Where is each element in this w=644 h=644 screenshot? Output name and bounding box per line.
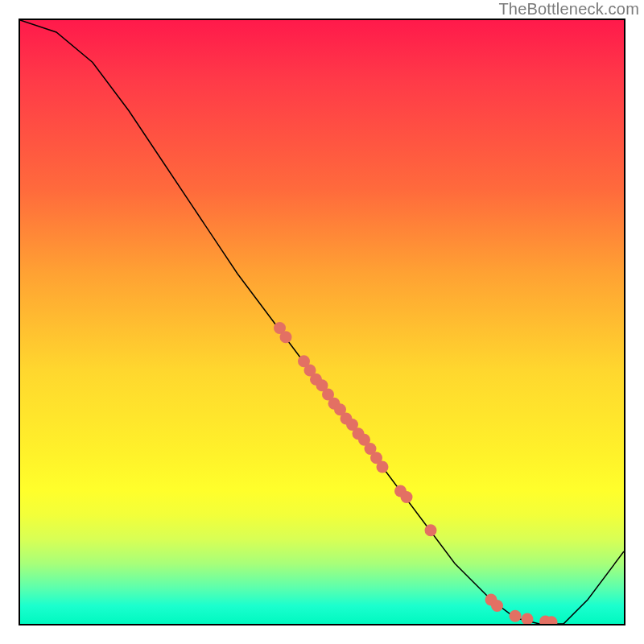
data-dot (522, 613, 534, 625)
data-dot (491, 600, 503, 612)
data-dot (510, 610, 522, 622)
data-dots (274, 322, 558, 625)
data-dot (280, 331, 292, 343)
data-dot (425, 524, 437, 536)
bottleneck-curve (20, 20, 624, 624)
data-dot (377, 461, 389, 473)
data-dot (401, 491, 413, 503)
chart-container: TheBottleneck.com (0, 0, 644, 644)
watermark-text: TheBottleneck.com (498, 0, 639, 19)
plot-area (19, 19, 625, 625)
chart-svg (20, 20, 624, 624)
